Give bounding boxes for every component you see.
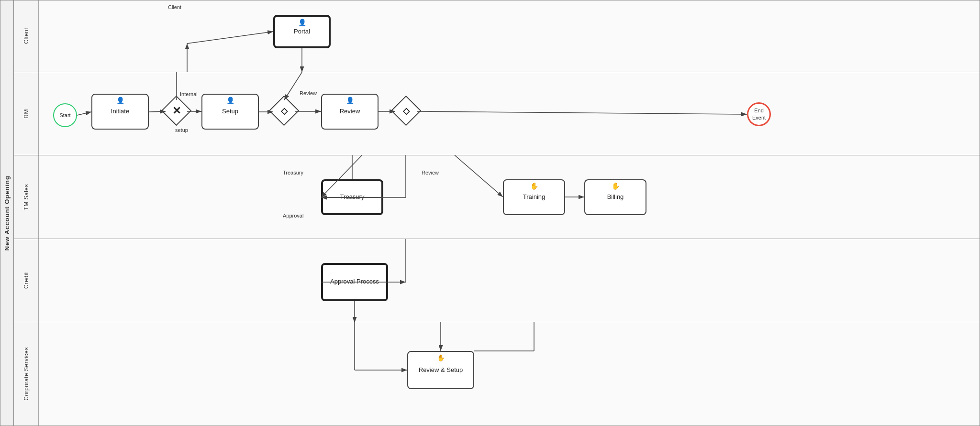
svg-client <box>39 0 980 72</box>
lane-content-corpservices: ✋ Review & Setup <box>39 322 980 426</box>
flow-label-review2: Review <box>422 170 439 175</box>
billing-label: Billing <box>607 193 624 201</box>
user-icon-review: 👤 <box>346 97 354 104</box>
start-label: Start <box>59 112 70 119</box>
lane-corpservices: Corporate Services ✋ Review & Setup <box>14 322 980 426</box>
node-review-gateway[interactable]: ◇ <box>269 95 300 126</box>
hand-icon-reviewsetup: ✋ <box>437 354 445 361</box>
pool-label: New Account Opening <box>0 0 14 426</box>
node-approval[interactable]: Approval Process <box>321 263 388 301</box>
flow-label-treasury: Treasury <box>283 170 303 175</box>
node-treasury[interactable]: Treasury <box>321 179 383 215</box>
pool-label-text: New Account Opening <box>3 175 11 251</box>
diagram-container: New Account Opening Client 👤 Portal Clie… <box>0 0 980 426</box>
lanes-column: Client 👤 Portal Client <box>14 0 980 426</box>
svg-line-12 <box>417 111 747 114</box>
lane-credit: Credit Approval Process <box>14 239 980 323</box>
svg-line-5 <box>77 112 91 115</box>
flow-label-setup: setup <box>175 127 188 133</box>
lane-content-rm: Start 👤 Initiate ✕ 👤 Setup <box>39 72 980 155</box>
approval-label: Approval Process <box>330 278 379 286</box>
lane-client: Client 👤 Portal Client <box>14 0 980 72</box>
flow-label-client: Client <box>168 4 181 10</box>
end-label: End Event <box>748 107 769 121</box>
lane-label-credit: Credit <box>14 239 39 322</box>
svg-credit <box>39 239 980 322</box>
flow-label-approval: Approval <box>283 213 303 218</box>
setup-label: Setup <box>222 108 238 116</box>
svg-line-2 <box>187 32 273 44</box>
user-icon-setup: 👤 <box>226 97 234 104</box>
portal-label: Portal <box>294 28 310 36</box>
svg-corpservices <box>39 322 980 426</box>
hand-icon-training: ✋ <box>530 182 538 190</box>
user-icon-portal: 👤 <box>298 19 306 26</box>
training-label: Training <box>523 193 545 201</box>
node-initiate[interactable]: 👤 Initiate <box>91 94 149 130</box>
user-icon-initiate: 👤 <box>116 97 124 104</box>
node-setup-gateway[interactable]: ✕ <box>161 95 192 126</box>
node-review[interactable]: 👤 Review <box>321 94 379 130</box>
flow-label-review: Review <box>300 90 317 96</box>
node-start[interactable]: Start <box>53 103 77 127</box>
svg-line-22 <box>406 155 503 197</box>
lane-content-credit: Approval Process <box>39 239 980 322</box>
node-setup[interactable]: 👤 Setup <box>201 94 259 130</box>
flow-label-internal: Internal <box>180 91 198 97</box>
review-label: Review <box>340 108 360 116</box>
lane-label-client: Client <box>14 0 39 72</box>
node-billing[interactable]: ✋ Billing <box>584 179 646 215</box>
node-review-setup[interactable]: ✋ Review & Setup <box>407 351 474 389</box>
hand-icon-billing: ✋ <box>612 182 620 190</box>
node-end[interactable]: End Event <box>747 102 771 126</box>
lane-content-client: 👤 Portal Client <box>39 0 980 72</box>
lane-label-corpservices: Corporate Services <box>14 322 39 426</box>
lane-content-tmsales: Treasury ✋ Training ✋ Billing Treasury A… <box>39 155 980 239</box>
lane-tmsales: TM Sales Treasury ✋ Training ✋ Billing <box>14 155 980 239</box>
lane-label-tmsales: TM Sales <box>14 155 39 239</box>
review-setup-label: Review & Setup <box>419 366 463 374</box>
treasury-label: Treasury <box>340 193 365 201</box>
node-training[interactable]: ✋ Training <box>503 179 565 215</box>
lane-rm: RM Start 👤 Initiate ✕ <box>14 72 980 156</box>
node-portal[interactable]: 👤 Portal <box>273 15 331 48</box>
initiate-label: Initiate <box>111 108 129 116</box>
lane-label-rm: RM <box>14 72 39 155</box>
node-review-gateway2[interactable]: ◇ <box>391 95 422 126</box>
